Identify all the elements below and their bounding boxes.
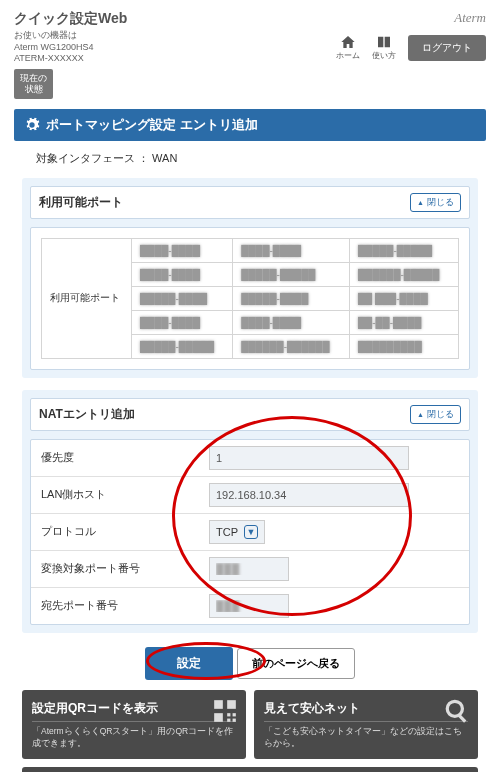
logout-button[interactable]: ログアウト bbox=[408, 35, 486, 61]
svg-rect-3 bbox=[227, 713, 230, 716]
back-button[interactable]: 前のページへ戻る bbox=[237, 648, 355, 679]
svg-rect-8 bbox=[458, 714, 466, 722]
svg-rect-6 bbox=[233, 718, 236, 721]
svg-point-7 bbox=[447, 701, 462, 716]
srcport-label: 変換対象ポート番号 bbox=[31, 551, 201, 587]
magnifier-icon bbox=[444, 698, 470, 724]
priority-input[interactable] bbox=[209, 446, 409, 470]
nav-guide[interactable]: 使い方 bbox=[372, 34, 396, 61]
nav-home[interactable]: ホーム bbox=[336, 34, 360, 61]
book-icon bbox=[375, 34, 393, 50]
page-title: ポートマッピング設定 エントリ追加 bbox=[46, 116, 258, 134]
card-qr[interactable]: 設定用QRコードを表示 「AtermらくらくQRスタート」用のQRコードを作成で… bbox=[22, 690, 246, 760]
card-manual[interactable]: ユーザーズマニュアル 本商品のさまざまな機能を利用してできることを、わかりやすい… bbox=[22, 767, 478, 772]
brand-logo: Aterm bbox=[336, 10, 486, 26]
available-ports-table: 利用可能ポート ████-████████-█████████-█████ ██… bbox=[41, 238, 459, 359]
protocol-select[interactable]: TCP ▼ bbox=[209, 520, 265, 544]
svg-rect-1 bbox=[227, 700, 236, 709]
panel-nat-title: NATエントリ追加 bbox=[39, 406, 135, 423]
status-badge[interactable]: 現在の 状態 bbox=[14, 69, 53, 99]
qr-icon bbox=[212, 698, 238, 724]
chevron-up-icon bbox=[417, 409, 424, 419]
svg-rect-0 bbox=[214, 700, 223, 709]
lanhost-input[interactable] bbox=[209, 483, 409, 507]
page-title-bar: ポートマッピング設定 エントリ追加 bbox=[14, 109, 486, 141]
panel-nat-entry: NATエントリ追加 閉じる 優先度 LAN側ホスト プロトコル TCP ▼ bbox=[22, 390, 478, 633]
chevron-down-icon: ▼ bbox=[244, 525, 258, 539]
panel-available-title: 利用可能ポート bbox=[39, 194, 123, 211]
dstport-label: 宛先ポート番号 bbox=[31, 588, 201, 624]
submit-button[interactable]: 設定 bbox=[145, 647, 233, 680]
chevron-up-icon bbox=[417, 197, 424, 207]
svg-rect-2 bbox=[214, 713, 223, 722]
panel-available-ports: 利用可能ポート 閉じる 利用可能ポート ████-████████-██████… bbox=[22, 178, 478, 378]
card-safety[interactable]: 見えて安心ネット 「こども安心ネットタイマー」などの設定はこちらから。 bbox=[254, 690, 478, 760]
svg-rect-5 bbox=[227, 718, 230, 721]
app-title: クイック設定Web bbox=[14, 10, 127, 28]
svg-rect-4 bbox=[233, 713, 236, 716]
gear-icon bbox=[24, 117, 40, 133]
priority-label: 優先度 bbox=[31, 440, 201, 476]
dstport-input[interactable] bbox=[209, 594, 289, 618]
panel-available-toggle[interactable]: 閉じる bbox=[410, 193, 461, 212]
lanhost-label: LAN側ホスト bbox=[31, 477, 201, 513]
protocol-label: プロトコル bbox=[31, 514, 201, 550]
iface-label: 対象インタフェース ： WAN bbox=[14, 141, 486, 170]
available-ports-rowlabel: 利用可能ポート bbox=[42, 238, 132, 358]
home-icon bbox=[339, 34, 357, 50]
device-info: お使いの機器は Aterm WG1200HS4 ATERM-XXXXXX bbox=[14, 30, 127, 65]
panel-nat-toggle[interactable]: 閉じる bbox=[410, 405, 461, 424]
srcport-input[interactable] bbox=[209, 557, 289, 581]
